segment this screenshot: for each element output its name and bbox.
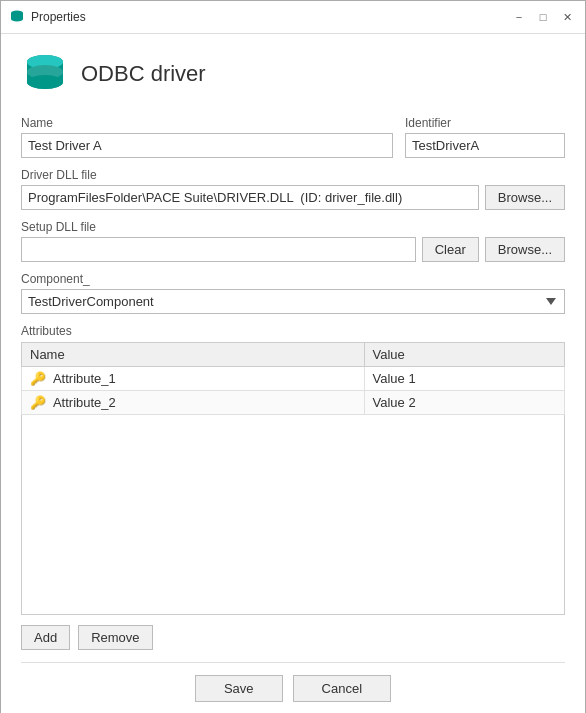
name-input[interactable] <box>21 133 393 158</box>
attribute-name-cell: 🔑 Attribute_2 <box>22 391 365 415</box>
setup-dll-browse-button[interactable]: Browse... <box>485 237 565 262</box>
page-title: ODBC driver <box>81 61 206 87</box>
table-empty-area <box>21 415 565 615</box>
properties-window: Properties − □ ✕ ODBC driver <box>0 0 586 713</box>
identifier-input[interactable] <box>405 133 565 158</box>
col-header-name: Name <box>22 343 365 367</box>
add-button[interactable]: Add <box>21 625 70 650</box>
attributes-label: Attributes <box>21 324 565 338</box>
attributes-header: Name Value <box>22 343 565 367</box>
component-group: Component_ TestDriverComponent <box>21 272 565 314</box>
titlebar: Properties − □ ✕ <box>1 1 585 34</box>
driver-dll-group: Driver DLL file Browse... <box>21 168 565 210</box>
key-icon: 🔑 <box>30 395 46 410</box>
attribute-name: Attribute_2 <box>53 395 116 410</box>
setup-dll-group: Setup DLL file Clear Browse... <box>21 220 565 262</box>
cancel-button[interactable]: Cancel <box>293 675 391 702</box>
component-label: Component_ <box>21 272 565 286</box>
name-identifier-row: Name Identifier <box>21 116 565 158</box>
setup-dll-label: Setup DLL file <box>21 220 565 234</box>
titlebar-controls: − □ ✕ <box>509 7 577 27</box>
main-content: ODBC driver Name Identifier Driver DLL f… <box>1 34 585 713</box>
attributes-table: Name Value 🔑 Attribute_1 Value 1 🔑 Attri… <box>21 342 565 415</box>
identifier-field-group: Identifier <box>405 116 565 158</box>
app-icon <box>9 9 25 25</box>
col-header-value: Value <box>364 343 564 367</box>
minimize-button[interactable]: − <box>509 7 529 27</box>
attributes-section: Attributes Name Value 🔑 Attribute_1 Valu… <box>21 324 565 615</box>
odbc-icon <box>21 50 69 98</box>
table-row[interactable]: 🔑 Attribute_1 Value 1 <box>22 367 565 391</box>
setup-dll-row: Clear Browse... <box>21 237 565 262</box>
attributes-body: 🔑 Attribute_1 Value 1 🔑 Attribute_2 Valu… <box>22 367 565 415</box>
setup-dll-input[interactable] <box>21 237 416 262</box>
table-row[interactable]: 🔑 Attribute_2 Value 2 <box>22 391 565 415</box>
driver-dll-label: Driver DLL file <box>21 168 565 182</box>
maximize-button[interactable]: □ <box>533 7 553 27</box>
svg-point-4 <box>11 17 23 22</box>
name-field-group: Name <box>21 116 393 158</box>
driver-dll-input[interactable] <box>21 185 479 210</box>
save-button[interactable]: Save <box>195 675 283 702</box>
window-title: Properties <box>31 10 86 24</box>
attribute-name-cell: 🔑 Attribute_1 <box>22 367 365 391</box>
component-select[interactable]: TestDriverComponent <box>21 289 565 314</box>
key-icon: 🔑 <box>30 371 46 386</box>
app-header: ODBC driver <box>21 50 565 98</box>
attribute-value-cell: Value 1 <box>364 367 564 391</box>
identifier-label: Identifier <box>405 116 565 130</box>
driver-dll-browse-button[interactable]: Browse... <box>485 185 565 210</box>
close-button[interactable]: ✕ <box>557 7 577 27</box>
setup-dll-clear-button[interactable]: Clear <box>422 237 479 262</box>
attribute-value: Value 2 <box>373 395 416 410</box>
attribute-name: Attribute_1 <box>53 371 116 386</box>
remove-button[interactable]: Remove <box>78 625 152 650</box>
titlebar-left: Properties <box>9 9 86 25</box>
action-buttons: Save Cancel <box>21 662 565 710</box>
attribute-value-cell: Value 2 <box>364 391 564 415</box>
svg-point-12 <box>27 75 63 89</box>
driver-dll-row: Browse... <box>21 185 565 210</box>
name-label: Name <box>21 116 393 130</box>
attribute-value: Value 1 <box>373 371 416 386</box>
add-remove-buttons: Add Remove <box>21 625 565 654</box>
